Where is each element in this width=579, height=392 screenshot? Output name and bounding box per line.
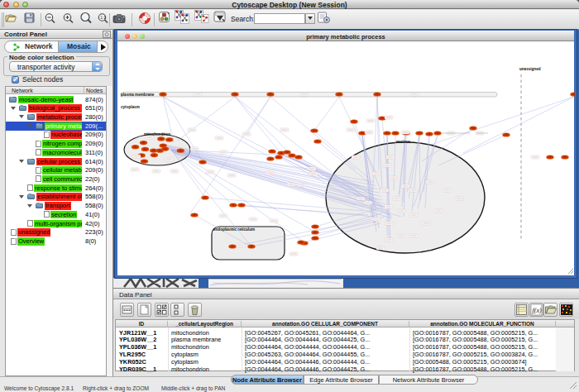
svg-text:f(x): f(x) [533, 307, 542, 314]
svg-text:mitochondrion: mitochondrion [144, 131, 170, 136]
svg-text:1:1: 1:1 [100, 15, 106, 20]
svg-text:unassigned: unassigned [519, 67, 541, 71]
svg-text:endoplasmic reticulum: endoplasmic reticulum [213, 227, 255, 232]
svg-text:plasma membrane: plasma membrane [121, 92, 155, 96]
svg-text:nucleus: nucleus [396, 140, 411, 144]
svg-text:cytoplasm: cytoplasm [121, 105, 140, 109]
